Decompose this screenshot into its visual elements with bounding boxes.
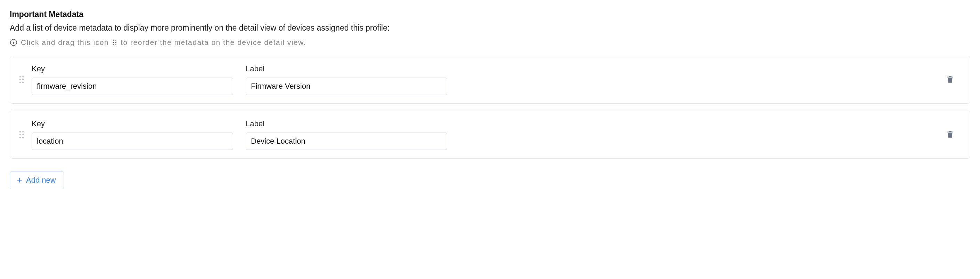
svg-point-4	[115, 40, 116, 41]
section-title: Important Metadata	[10, 10, 970, 19]
svg-point-7	[113, 44, 114, 45]
metadata-rows: Key Label	[10, 56, 970, 159]
metadata-row: Key Label	[10, 56, 970, 104]
svg-point-6	[115, 42, 116, 43]
add-new-button[interactable]: Add new	[10, 171, 64, 189]
svg-point-8	[115, 44, 116, 45]
key-label: Key	[32, 119, 233, 128]
section-description: Add a list of device metadata to display…	[10, 23, 970, 33]
svg-point-17	[19, 134, 21, 136]
info-icon	[10, 38, 18, 46]
drag-handle-icon[interactable]	[19, 76, 24, 83]
svg-point-9	[19, 76, 21, 78]
drag-handle-icon[interactable]	[19, 131, 24, 139]
key-input[interactable]	[32, 132, 233, 150]
hint-prefix: Click and drag this icon	[21, 38, 109, 46]
svg-point-15	[19, 131, 21, 132]
svg-point-19	[19, 137, 21, 138]
label-label: Label	[246, 119, 447, 128]
svg-point-16	[22, 131, 24, 132]
svg-point-20	[22, 137, 24, 138]
label-label: Label	[246, 64, 447, 73]
svg-point-12	[22, 79, 24, 80]
delete-row-button[interactable]	[944, 128, 956, 142]
key-input[interactable]	[32, 78, 233, 95]
trash-icon	[946, 75, 955, 85]
svg-point-14	[22, 82, 24, 83]
svg-point-11	[19, 79, 21, 80]
delete-row-button[interactable]	[944, 73, 956, 87]
metadata-row: Key Label	[10, 111, 970, 159]
svg-point-3	[113, 40, 114, 41]
svg-point-2	[13, 41, 14, 41]
hint-suffix: to reorder the metadata on the device de…	[121, 38, 306, 46]
label-input[interactable]	[246, 78, 447, 95]
svg-point-13	[19, 82, 21, 83]
label-input[interactable]	[246, 132, 447, 150]
key-label: Key	[32, 64, 233, 73]
reorder-hint: Click and drag this icon to reorder the …	[10, 38, 970, 46]
svg-point-10	[22, 76, 24, 78]
plus-icon	[16, 177, 22, 183]
drag-handle-icon	[112, 39, 117, 46]
add-new-label: Add new	[26, 176, 56, 185]
svg-point-18	[22, 134, 24, 136]
trash-icon	[946, 129, 955, 140]
svg-point-5	[113, 42, 114, 43]
